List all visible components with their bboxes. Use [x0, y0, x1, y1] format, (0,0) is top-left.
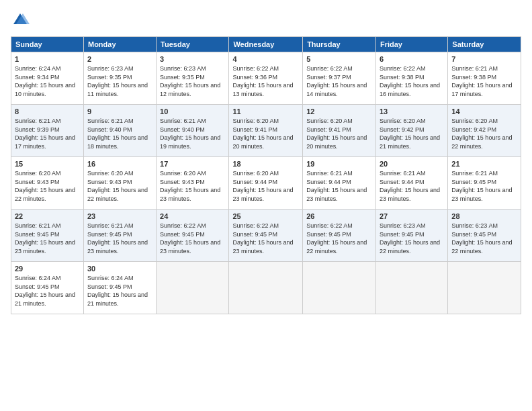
sunset-label: Sunset: 9:42 PM: [451, 126, 496, 133]
day-cell: [303, 262, 376, 314]
sunset-label: Sunset: 9:45 PM: [451, 231, 496, 238]
day-number: 1: [15, 55, 80, 63]
day-info: Sunrise: 6:24 AM Sunset: 9:34 PM Dayligh…: [15, 64, 80, 98]
sunset-label: Sunset: 9:38 PM: [380, 74, 425, 81]
calendar-table: SundayMondayTuesdayWednesdayThursdayFrid…: [11, 36, 521, 314]
sunset-label: Sunset: 9:45 PM: [87, 231, 132, 238]
sunrise-label: Sunrise: 6:21 AM: [15, 118, 61, 124]
day-cell: [448, 262, 521, 314]
day-info: Sunrise: 6:22 AM Sunset: 9:45 PM Dayligh…: [160, 222, 225, 255]
week-row-4: 22 Sunrise: 6:21 AM Sunset: 9:45 PM Dayl…: [11, 210, 521, 262]
sunset-label: Sunset: 9:44 PM: [380, 179, 425, 185]
day-cell: 11 Sunrise: 6:20 AM Sunset: 9:41 PM Dayl…: [229, 105, 303, 157]
daylight-label: Daylight: 15 hours and 14 minutes.: [306, 82, 367, 97]
day-cell: 17 Sunrise: 6:20 AM Sunset: 9:43 PM Dayl…: [157, 157, 229, 210]
sunrise-label: Sunrise: 6:22 AM: [160, 222, 206, 229]
sunset-label: Sunset: 9:45 PM: [451, 179, 496, 185]
daylight-label: Daylight: 15 hours and 23 minutes.: [15, 239, 75, 255]
sunset-label: Sunset: 9:45 PM: [306, 231, 351, 238]
day-cell: 10 Sunrise: 6:21 AM Sunset: 9:40 PM Dayl…: [157, 105, 229, 157]
sunset-label: Sunset: 9:45 PM: [160, 231, 205, 238]
sunset-label: Sunset: 9:45 PM: [87, 283, 132, 290]
day-cell: 20 Sunrise: 6:21 AM Sunset: 9:44 PM Dayl…: [375, 157, 447, 210]
daylight-label: Daylight: 15 hours and 22 minutes.: [87, 187, 148, 202]
day-number: 15: [15, 160, 80, 168]
col-header-friday: Friday: [375, 37, 447, 52]
sunset-label: Sunset: 9:36 PM: [232, 74, 277, 81]
day-info: Sunrise: 6:23 AM Sunset: 9:45 PM Dayligh…: [451, 222, 517, 255]
day-number: 28: [451, 212, 517, 220]
day-cell: 19 Sunrise: 6:21 AM Sunset: 9:44 PM Dayl…: [303, 157, 376, 210]
daylight-label: Daylight: 15 hours and 23 minutes.: [87, 239, 148, 255]
sunrise-label: Sunrise: 6:21 AM: [306, 170, 353, 177]
daylight-label: Daylight: 15 hours and 19 minutes.: [160, 134, 220, 150]
day-cell: 28 Sunrise: 6:23 AM Sunset: 9:45 PM Dayl…: [448, 210, 521, 262]
sunset-label: Sunset: 9:40 PM: [87, 126, 132, 133]
col-header-monday: Monday: [83, 37, 156, 52]
day-number: 13: [380, 107, 444, 116]
sunrise-label: Sunrise: 6:24 AM: [87, 275, 134, 281]
daylight-label: Daylight: 15 hours and 21 minutes.: [380, 134, 440, 150]
logo: [11, 11, 32, 30]
sunrise-label: Sunrise: 6:24 AM: [15, 65, 61, 72]
day-cell: 18 Sunrise: 6:20 AM Sunset: 9:44 PM Dayl…: [229, 157, 303, 210]
sunrise-label: Sunrise: 6:20 AM: [380, 118, 426, 124]
day-info: Sunrise: 6:20 AM Sunset: 9:41 PM Dayligh…: [306, 117, 372, 150]
day-cell: 3 Sunrise: 6:23 AM Sunset: 9:35 PM Dayli…: [157, 52, 229, 105]
day-number: 14: [451, 107, 517, 116]
sunset-label: Sunset: 9:35 PM: [87, 74, 132, 81]
day-cell: [375, 262, 447, 314]
col-header-wednesday: Wednesday: [229, 37, 303, 52]
day-cell: 2 Sunrise: 6:23 AM Sunset: 9:35 PM Dayli…: [83, 52, 156, 105]
daylight-label: Daylight: 15 hours and 23 minutes.: [160, 187, 220, 202]
sunrise-label: Sunrise: 6:21 AM: [15, 222, 61, 229]
day-cell: 14 Sunrise: 6:20 AM Sunset: 9:42 PM Dayl…: [448, 105, 521, 157]
day-number: 9: [87, 107, 152, 116]
daylight-label: Daylight: 15 hours and 20 minutes.: [232, 134, 293, 150]
day-info: Sunrise: 6:21 AM Sunset: 9:44 PM Dayligh…: [380, 169, 444, 203]
sunset-label: Sunset: 9:45 PM: [15, 283, 60, 290]
sunrise-label: Sunrise: 6:21 AM: [87, 118, 134, 124]
day-info: Sunrise: 6:22 AM Sunset: 9:36 PM Dayligh…: [232, 64, 299, 98]
day-number: 25: [232, 212, 299, 220]
day-info: Sunrise: 6:23 AM Sunset: 9:45 PM Dayligh…: [380, 222, 444, 255]
week-row-3: 15 Sunrise: 6:20 AM Sunset: 9:43 PM Dayl…: [11, 157, 521, 210]
sunset-label: Sunset: 9:45 PM: [232, 231, 277, 238]
sunrise-label: Sunrise: 6:22 AM: [232, 222, 279, 229]
daylight-label: Daylight: 15 hours and 11 minutes.: [87, 82, 148, 97]
day-cell: 13 Sunrise: 6:20 AM Sunset: 9:42 PM Dayl…: [375, 105, 447, 157]
day-cell: 27 Sunrise: 6:23 AM Sunset: 9:45 PM Dayl…: [375, 210, 447, 262]
day-info: Sunrise: 6:22 AM Sunset: 9:37 PM Dayligh…: [306, 64, 372, 98]
day-info: Sunrise: 6:21 AM Sunset: 9:45 PM Dayligh…: [451, 169, 517, 203]
day-number: 20: [380, 160, 444, 168]
day-info: Sunrise: 6:22 AM Sunset: 9:45 PM Dayligh…: [232, 222, 299, 255]
sunset-label: Sunset: 9:41 PM: [232, 126, 277, 133]
col-header-sunday: Sunday: [11, 37, 84, 52]
sunset-label: Sunset: 9:43 PM: [160, 179, 205, 185]
day-number: 4: [232, 55, 299, 63]
daylight-label: Daylight: 15 hours and 23 minutes.: [306, 187, 367, 202]
sunset-label: Sunset: 9:44 PM: [306, 179, 351, 185]
sunrise-label: Sunrise: 6:20 AM: [232, 118, 279, 124]
day-cell: [229, 262, 303, 314]
daylight-label: Daylight: 15 hours and 13 minutes.: [232, 82, 293, 97]
day-number: 3: [160, 55, 225, 63]
daylight-label: Daylight: 15 hours and 22 minutes.: [451, 134, 512, 150]
sunrise-label: Sunrise: 6:23 AM: [380, 222, 426, 229]
daylight-label: Daylight: 15 hours and 22 minutes.: [451, 239, 512, 255]
day-number: 21: [451, 160, 517, 168]
day-info: Sunrise: 6:20 AM Sunset: 9:42 PM Dayligh…: [451, 117, 517, 150]
col-header-saturday: Saturday: [448, 37, 521, 52]
day-info: Sunrise: 6:24 AM Sunset: 9:45 PM Dayligh…: [87, 274, 152, 308]
col-header-tuesday: Tuesday: [157, 37, 229, 52]
day-info: Sunrise: 6:21 AM Sunset: 9:44 PM Dayligh…: [306, 169, 372, 203]
daylight-label: Daylight: 15 hours and 21 minutes.: [87, 291, 148, 307]
sunrise-label: Sunrise: 6:21 AM: [451, 65, 498, 72]
week-row-2: 8 Sunrise: 6:21 AM Sunset: 9:39 PM Dayli…: [11, 105, 521, 157]
day-info: Sunrise: 6:23 AM Sunset: 9:35 PM Dayligh…: [160, 64, 225, 98]
col-header-thursday: Thursday: [303, 37, 376, 52]
day-info: Sunrise: 6:21 AM Sunset: 9:39 PM Dayligh…: [15, 117, 80, 150]
daylight-label: Daylight: 15 hours and 23 minutes.: [451, 187, 512, 202]
daylight-label: Daylight: 15 hours and 18 minutes.: [87, 134, 148, 150]
day-number: 5: [306, 55, 372, 63]
